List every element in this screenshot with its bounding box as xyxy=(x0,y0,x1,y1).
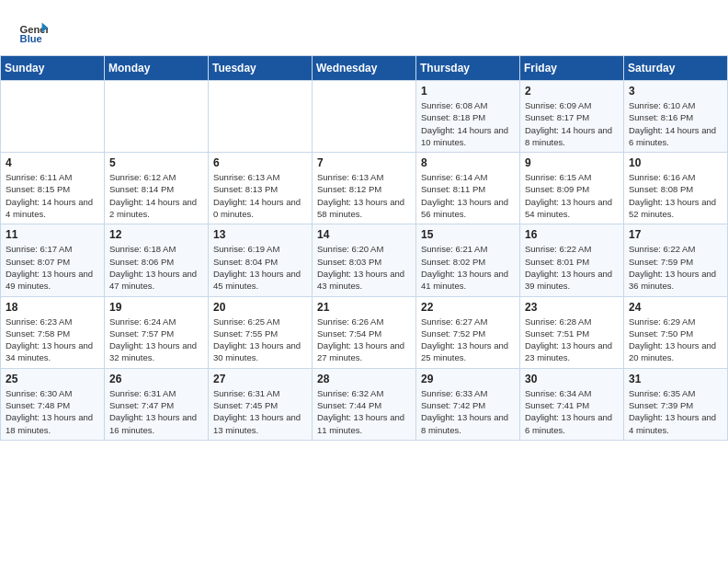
calendar-cell xyxy=(209,81,313,153)
day-info: Sunrise: 6:31 AM Sunset: 7:45 PM Dayligh… xyxy=(213,387,307,436)
day-number: 13 xyxy=(213,228,307,241)
calendar-cell: 12Sunrise: 6:18 AM Sunset: 8:06 PM Dayli… xyxy=(105,224,209,296)
calendar-cell: 20Sunrise: 6:25 AM Sunset: 7:55 PM Dayli… xyxy=(209,296,313,368)
day-number: 26 xyxy=(109,373,203,385)
day-info: Sunrise: 6:33 AM Sunset: 7:42 PM Dayligh… xyxy=(421,387,515,436)
calendar-week-row: 11Sunrise: 6:17 AM Sunset: 8:07 PM Dayli… xyxy=(1,224,728,296)
calendar-week-row: 1Sunrise: 6:08 AM Sunset: 8:18 PM Daylig… xyxy=(1,81,728,153)
day-info: Sunrise: 6:35 AM Sunset: 7:39 PM Dayligh… xyxy=(629,387,722,436)
day-info: Sunrise: 6:19 AM Sunset: 8:04 PM Dayligh… xyxy=(213,243,307,292)
calendar-cell: 21Sunrise: 6:26 AM Sunset: 7:54 PM Dayli… xyxy=(313,296,416,368)
calendar-cell: 14Sunrise: 6:20 AM Sunset: 8:03 PM Dayli… xyxy=(313,224,416,296)
day-info: Sunrise: 6:29 AM Sunset: 7:50 PM Dayligh… xyxy=(629,316,722,364)
day-info: Sunrise: 6:14 AM Sunset: 8:11 PM Dayligh… xyxy=(421,171,515,220)
day-number: 15 xyxy=(421,228,515,241)
day-number: 5 xyxy=(109,156,203,169)
day-of-week-header: Monday xyxy=(105,56,209,81)
day-number: 25 xyxy=(6,373,99,385)
day-number: 8 xyxy=(421,156,515,169)
day-number: 18 xyxy=(6,301,99,314)
day-of-week-header: Thursday xyxy=(416,56,520,81)
day-number: 21 xyxy=(317,301,411,314)
calendar-cell: 22Sunrise: 6:27 AM Sunset: 7:52 PM Dayli… xyxy=(416,296,520,368)
day-info: Sunrise: 6:08 AM Sunset: 8:18 PM Dayligh… xyxy=(421,99,515,148)
calendar-cell: 9Sunrise: 6:15 AM Sunset: 8:09 PM Daylig… xyxy=(520,153,624,224)
page-header: General Blue xyxy=(0,0,728,55)
day-info: Sunrise: 6:13 AM Sunset: 8:13 PM Dayligh… xyxy=(213,171,307,220)
calendar-cell: 1Sunrise: 6:08 AM Sunset: 8:18 PM Daylig… xyxy=(416,81,520,153)
day-of-week-header: Friday xyxy=(520,56,624,81)
day-number: 29 xyxy=(421,373,515,385)
day-number: 30 xyxy=(525,373,619,385)
calendar-cell: 8Sunrise: 6:14 AM Sunset: 8:11 PM Daylig… xyxy=(416,153,520,224)
calendar-table: SundayMondayTuesdayWednesdayThursdayFrid… xyxy=(0,55,728,441)
calendar-cell: 5Sunrise: 6:12 AM Sunset: 8:14 PM Daylig… xyxy=(105,153,209,224)
day-number: 20 xyxy=(213,301,307,314)
day-number: 10 xyxy=(629,156,722,169)
day-info: Sunrise: 6:22 AM Sunset: 7:59 PM Dayligh… xyxy=(629,243,722,292)
calendar-cell: 24Sunrise: 6:29 AM Sunset: 7:50 PM Dayli… xyxy=(624,296,728,368)
day-number: 12 xyxy=(109,228,203,241)
day-info: Sunrise: 6:09 AM Sunset: 8:17 PM Dayligh… xyxy=(525,99,619,148)
day-number: 22 xyxy=(421,301,515,314)
day-number: 6 xyxy=(213,156,307,169)
logo: General Blue xyxy=(18,17,48,46)
day-info: Sunrise: 6:11 AM Sunset: 8:15 PM Dayligh… xyxy=(6,171,99,220)
calendar-cell: 18Sunrise: 6:23 AM Sunset: 7:58 PM Dayli… xyxy=(1,296,105,368)
day-info: Sunrise: 6:30 AM Sunset: 7:48 PM Dayligh… xyxy=(6,387,99,436)
day-info: Sunrise: 6:25 AM Sunset: 7:55 PM Dayligh… xyxy=(213,316,307,364)
day-info: Sunrise: 6:28 AM Sunset: 7:51 PM Dayligh… xyxy=(525,316,619,364)
day-info: Sunrise: 6:21 AM Sunset: 8:02 PM Dayligh… xyxy=(421,243,515,292)
day-info: Sunrise: 6:20 AM Sunset: 8:03 PM Dayligh… xyxy=(317,243,411,292)
calendar-cell: 4Sunrise: 6:11 AM Sunset: 8:15 PM Daylig… xyxy=(1,153,105,224)
day-info: Sunrise: 6:17 AM Sunset: 8:07 PM Dayligh… xyxy=(6,243,99,292)
day-number: 23 xyxy=(525,301,619,314)
day-number: 14 xyxy=(317,228,411,241)
day-number: 19 xyxy=(109,301,203,314)
calendar-cell: 13Sunrise: 6:19 AM Sunset: 8:04 PM Dayli… xyxy=(209,224,313,296)
calendar-cell: 27Sunrise: 6:31 AM Sunset: 7:45 PM Dayli… xyxy=(209,368,313,440)
day-number: 2 xyxy=(525,85,619,98)
day-info: Sunrise: 6:12 AM Sunset: 8:14 PM Dayligh… xyxy=(109,171,203,220)
logo-icon: General Blue xyxy=(18,17,48,46)
day-number: 17 xyxy=(629,228,722,241)
day-info: Sunrise: 6:18 AM Sunset: 8:06 PM Dayligh… xyxy=(109,243,203,292)
calendar-cell: 15Sunrise: 6:21 AM Sunset: 8:02 PM Dayli… xyxy=(416,224,520,296)
day-number: 1 xyxy=(421,85,515,98)
calendar-cell xyxy=(105,81,209,153)
calendar-week-row: 18Sunrise: 6:23 AM Sunset: 7:58 PM Dayli… xyxy=(1,296,728,368)
day-info: Sunrise: 6:34 AM Sunset: 7:41 PM Dayligh… xyxy=(525,387,619,436)
day-number: 3 xyxy=(629,85,722,98)
calendar-week-row: 4Sunrise: 6:11 AM Sunset: 8:15 PM Daylig… xyxy=(1,153,728,224)
calendar-cell: 7Sunrise: 6:13 AM Sunset: 8:12 PM Daylig… xyxy=(313,153,416,224)
calendar-cell: 30Sunrise: 6:34 AM Sunset: 7:41 PM Dayli… xyxy=(520,368,624,440)
day-info: Sunrise: 6:15 AM Sunset: 8:09 PM Dayligh… xyxy=(525,171,619,220)
day-of-week-header: Tuesday xyxy=(209,56,313,81)
day-of-week-header: Sunday xyxy=(1,56,105,81)
calendar-cell: 10Sunrise: 6:16 AM Sunset: 8:08 PM Dayli… xyxy=(624,153,728,224)
day-number: 31 xyxy=(629,373,722,385)
calendar-cell: 17Sunrise: 6:22 AM Sunset: 7:59 PM Dayli… xyxy=(624,224,728,296)
calendar-cell xyxy=(1,81,105,153)
day-info: Sunrise: 6:16 AM Sunset: 8:08 PM Dayligh… xyxy=(629,171,722,220)
calendar-cell: 28Sunrise: 6:32 AM Sunset: 7:44 PM Dayli… xyxy=(313,368,416,440)
calendar-cell: 11Sunrise: 6:17 AM Sunset: 8:07 PM Dayli… xyxy=(1,224,105,296)
calendar-cell: 23Sunrise: 6:28 AM Sunset: 7:51 PM Dayli… xyxy=(520,296,624,368)
day-number: 24 xyxy=(629,301,722,314)
calendar-cell: 6Sunrise: 6:13 AM Sunset: 8:13 PM Daylig… xyxy=(209,153,313,224)
day-number: 9 xyxy=(525,156,619,169)
day-info: Sunrise: 6:13 AM Sunset: 8:12 PM Dayligh… xyxy=(317,171,411,220)
day-number: 27 xyxy=(213,373,307,385)
calendar-cell: 19Sunrise: 6:24 AM Sunset: 7:57 PM Dayli… xyxy=(105,296,209,368)
calendar-header-row: SundayMondayTuesdayWednesdayThursdayFrid… xyxy=(1,56,728,81)
day-number: 4 xyxy=(6,156,99,169)
day-info: Sunrise: 6:27 AM Sunset: 7:52 PM Dayligh… xyxy=(421,316,515,364)
calendar-cell xyxy=(313,81,416,153)
day-info: Sunrise: 6:26 AM Sunset: 7:54 PM Dayligh… xyxy=(317,316,411,364)
day-info: Sunrise: 6:31 AM Sunset: 7:47 PM Dayligh… xyxy=(109,387,203,436)
calendar-cell: 29Sunrise: 6:33 AM Sunset: 7:42 PM Dayli… xyxy=(416,368,520,440)
day-of-week-header: Saturday xyxy=(624,56,728,81)
day-info: Sunrise: 6:22 AM Sunset: 8:01 PM Dayligh… xyxy=(525,243,619,292)
day-info: Sunrise: 6:32 AM Sunset: 7:44 PM Dayligh… xyxy=(317,387,411,436)
day-info: Sunrise: 6:10 AM Sunset: 8:16 PM Dayligh… xyxy=(629,99,722,148)
